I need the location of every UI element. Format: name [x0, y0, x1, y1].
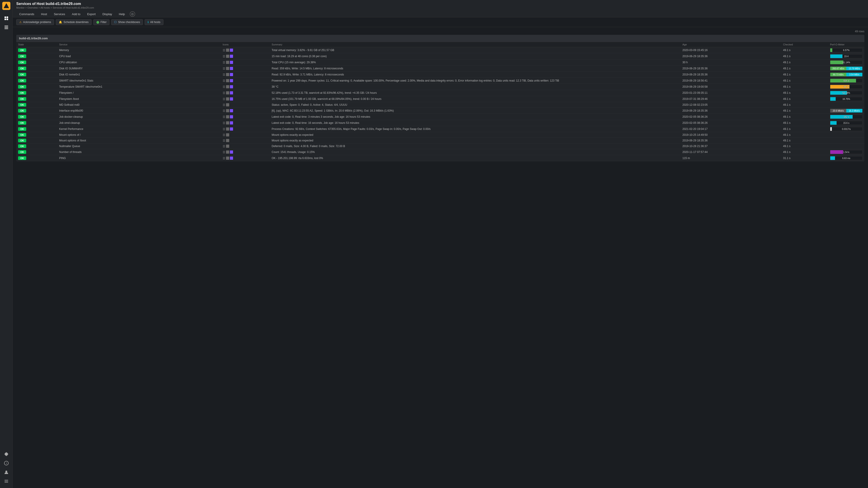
list-icon[interactable]: ☰ — [223, 91, 225, 95]
service-name[interactable]: Filesystem / — [57, 90, 221, 96]
list-icon[interactable]: ☰ — [223, 109, 225, 112]
graph-icon[interactable] — [230, 61, 233, 64]
service-name[interactable]: Disk IO nvme0n1 — [57, 72, 221, 78]
graph-icon[interactable] — [230, 48, 233, 52]
nav-export[interactable]: Export — [84, 11, 99, 17]
img-icon[interactable] — [226, 151, 229, 154]
sidebar-item-grid[interactable] — [2, 23, 10, 31]
img-icon[interactable] — [226, 133, 229, 136]
sidebar-item-info[interactable]: i — [2, 459, 10, 467]
nav-help[interactable]: Help — [116, 11, 128, 17]
list-icon[interactable]: ☰ — [223, 61, 225, 64]
service-name[interactable]: Disk IO SUMMARY — [57, 66, 221, 72]
sidebar-item-toggle[interactable] — [2, 477, 10, 485]
nav-services[interactable]: Services — [51, 11, 68, 17]
graph-icon[interactable] — [230, 67, 233, 70]
host-name[interactable]: build-d1.tribe29.com — [16, 35, 864, 42]
service-name[interactable]: Mount options of /boot — [57, 138, 221, 143]
sidebar-item-dashboard[interactable] — [2, 14, 10, 22]
nav-addto[interactable]: Add to — [69, 11, 84, 17]
img-icon[interactable] — [226, 157, 229, 160]
service-name[interactable]: Number of threads — [57, 149, 221, 155]
img-icon[interactable] — [226, 61, 229, 64]
graph-icon[interactable] — [230, 55, 233, 58]
list-icon[interactable]: ☰ — [223, 133, 225, 137]
service-name[interactable]: Kernel Performance — [57, 126, 221, 132]
list-icon[interactable]: ☰ — [223, 151, 225, 154]
graph-icon[interactable] — [230, 115, 233, 119]
nav-display[interactable]: Display — [99, 11, 115, 17]
graph-icon[interactable] — [230, 79, 233, 82]
graph-icon[interactable] — [230, 109, 233, 112]
service-name[interactable]: Temperature SMART /dev/nvme0n1 — [57, 84, 221, 90]
list-icon[interactable]: ☰ — [223, 97, 225, 101]
acknowledge-button[interactable]: ⚠ Acknowledge problems — [16, 19, 54, 25]
graph-icon[interactable] — [230, 127, 233, 131]
list-icon[interactable]: ☰ — [223, 73, 225, 76]
service-name[interactable]: Filesystem /boot — [57, 96, 221, 102]
list-icon[interactable]: ☰ — [223, 48, 225, 52]
list-icon[interactable]: ☰ — [223, 79, 225, 83]
schedule-downtimes-button[interactable]: 🔔 Schedule downtimes — [56, 19, 92, 25]
graph-icon[interactable] — [230, 85, 233, 88]
list-icon[interactable]: ☰ — [223, 85, 225, 89]
img-icon[interactable] — [226, 109, 229, 112]
service-icons: ☰ — [221, 126, 270, 132]
list-icon[interactable]: ☰ — [223, 121, 225, 125]
img-icon[interactable] — [226, 115, 229, 119]
img-icon[interactable] — [226, 48, 229, 52]
show-checkboxes-button[interactable]: ☐ Show checkboxes — [111, 19, 143, 25]
app-logo[interactable] — [2, 2, 10, 11]
filter-button[interactable]: ⬤ Filter — [93, 19, 110, 25]
graph-icon[interactable] — [230, 121, 233, 125]
service-summary: Mount options exactly as expected — [270, 138, 681, 143]
img-icon[interactable] — [226, 91, 229, 94]
service-name[interactable]: MD Softraid md0 — [57, 102, 221, 108]
nav-host[interactable]: Host — [38, 11, 50, 17]
service-name[interactable]: SMART /dev/nvme0n1 Stats — [57, 78, 221, 84]
service-name[interactable]: Job omd-cleanup — [57, 120, 221, 126]
all-hosts-button[interactable]: ℹ All hosts — [145, 19, 163, 25]
service-name[interactable]: PING — [57, 155, 221, 161]
service-name[interactable]: Nullmailer Queue — [57, 143, 221, 149]
service-name[interactable]: Memory — [57, 47, 221, 53]
img-icon[interactable] — [226, 79, 229, 82]
service-age: 2019-06-29 18:35:36 — [681, 66, 781, 72]
img-icon[interactable] — [226, 85, 229, 88]
img-icon[interactable] — [226, 144, 229, 148]
service-checked: 49.1 s — [781, 102, 828, 108]
list-icon[interactable]: ☰ — [223, 157, 225, 160]
col-service: Service — [57, 42, 221, 47]
list-icon[interactable]: ☰ — [223, 144, 225, 148]
nav-commands[interactable]: Commands — [16, 11, 37, 17]
img-icon[interactable] — [226, 73, 229, 76]
service-name[interactable]: Job docker-cleanup — [57, 114, 221, 120]
graph-icon[interactable] — [230, 91, 233, 94]
perf-split-left: 90.73 kB/s — [830, 73, 846, 76]
graph-icon[interactable] — [230, 151, 233, 154]
list-icon[interactable]: ☰ — [223, 103, 225, 107]
img-icon[interactable] — [226, 103, 229, 106]
service-perf: 20.6 Mbit/s 16.3 Mbit/s — [828, 108, 864, 114]
list-icon[interactable]: ☰ — [223, 67, 225, 70]
service-name[interactable]: CPU load — [57, 53, 221, 59]
img-icon[interactable] — [226, 97, 229, 101]
list-icon[interactable]: ☰ — [223, 115, 225, 119]
service-name[interactable]: Mount options of / — [57, 132, 221, 138]
img-icon[interactable] — [226, 127, 229, 131]
img-icon[interactable] — [226, 121, 229, 125]
list-icon[interactable]: ☰ — [223, 55, 225, 58]
graph-icon[interactable] — [230, 157, 233, 160]
sidebar-item-user[interactable] — [2, 468, 10, 476]
nav-circle-btn[interactable]: ⊙ — [130, 11, 135, 17]
list-icon[interactable]: ☰ — [223, 139, 225, 142]
service-name[interactable]: Interface enp98s0f0 — [57, 108, 221, 114]
img-icon[interactable] — [226, 67, 229, 70]
graph-icon[interactable] — [230, 73, 233, 76]
list-icon[interactable]: ☰ — [223, 127, 225, 131]
img-icon[interactable] — [226, 139, 229, 142]
service-name[interactable]: CPU utilization — [57, 59, 221, 66]
graph-icon[interactable] — [230, 97, 233, 101]
img-icon[interactable] — [226, 55, 229, 58]
sidebar-item-settings[interactable] — [2, 450, 10, 458]
